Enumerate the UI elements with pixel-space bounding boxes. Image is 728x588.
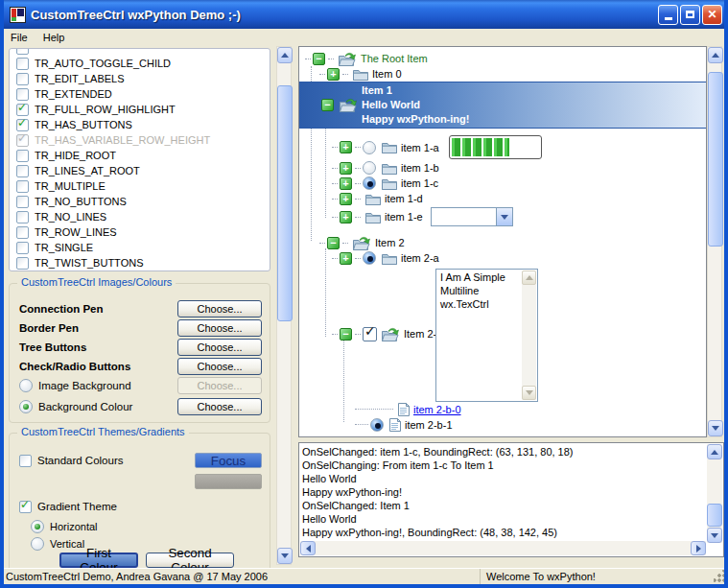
combo-dropdown-button[interactable] bbox=[496, 208, 512, 225]
checkbox[interactable]: ✓ bbox=[16, 134, 29, 147]
focus-colour-button[interactable]: Focus bbox=[195, 453, 262, 468]
choose-button[interactable]: Choose... bbox=[177, 319, 262, 337]
multiline-scrollbar[interactable] bbox=[522, 270, 536, 400]
menu-help[interactable]: Help bbox=[36, 31, 72, 44]
choose-background-colour-button[interactable]: Choose... bbox=[177, 398, 262, 415]
checkbox[interactable] bbox=[16, 73, 29, 85]
flag-item[interactable]: TR_SINGLE bbox=[16, 240, 270, 255]
scroll-down-arrow[interactable] bbox=[708, 420, 723, 436]
scroll-up-arrow[interactable] bbox=[707, 444, 722, 459]
tree-item[interactable]: +item 1-a bbox=[299, 134, 706, 160]
tree-item-radio[interactable] bbox=[363, 251, 376, 265]
flag-item[interactable]: ✓TR_FULL_ROW_HIGHLIGHT bbox=[16, 102, 270, 117]
horizontal-radio[interactable] bbox=[31, 520, 44, 533]
collapse-button[interactable]: − bbox=[327, 237, 340, 249]
background-colour-radio[interactable] bbox=[19, 400, 33, 413]
flag-item[interactable]: TR_LINES_AT_ROOT bbox=[16, 163, 270, 178]
scroll-thumb[interactable] bbox=[708, 72, 723, 247]
tree-item-radio[interactable] bbox=[370, 418, 384, 432]
maximize-button[interactable] bbox=[680, 5, 700, 25]
log-vscrollbar[interactable] bbox=[707, 444, 722, 543]
vertical-radio[interactable] bbox=[31, 537, 44, 551]
tree-item-selected[interactable]: −Item 1Hello WorldHappy wxPython-ing! bbox=[299, 82, 706, 129]
gradient-theme-checkbox[interactable]: ✓ bbox=[19, 501, 32, 513]
expand-button[interactable]: + bbox=[340, 211, 352, 223]
scroll-left-arrow[interactable] bbox=[300, 541, 316, 555]
checkbox[interactable] bbox=[16, 88, 29, 101]
tree-item-radio[interactable] bbox=[363, 161, 376, 175]
tree-item[interactable]: +item 1-d bbox=[299, 191, 706, 206]
scroll-thumb[interactable] bbox=[277, 85, 293, 321]
tree-item[interactable]: +item 1-e bbox=[299, 206, 706, 227]
flag-item[interactable]: TR_EDIT_LABELS bbox=[16, 71, 270, 86]
close-button[interactable]: ✕ bbox=[702, 5, 722, 25]
log-hscrollbar[interactable] bbox=[300, 541, 706, 555]
image-background-radio[interactable] bbox=[19, 379, 33, 392]
tree-item[interactable]: +item 1-b bbox=[299, 160, 706, 176]
checkbox[interactable] bbox=[16, 49, 29, 55]
checkbox[interactable] bbox=[16, 180, 29, 193]
custom-tree-ctrl[interactable]: −The Root Item+Item 0−Item 1Hello WorldH… bbox=[298, 46, 707, 437]
flag-item[interactable]: TR_EXTENDED bbox=[16, 86, 270, 102]
flag-item-partial[interactable] bbox=[16, 49, 270, 56]
flag-item[interactable]: TR_MULTIPLE bbox=[16, 178, 270, 194]
collapse-button[interactable]: − bbox=[313, 53, 325, 65]
minimize-button[interactable] bbox=[658, 5, 678, 25]
standard-colours-checkbox[interactable] bbox=[19, 455, 32, 467]
checkbox[interactable]: ✓ bbox=[16, 104, 29, 116]
collapse-button[interactable]: − bbox=[321, 99, 334, 111]
tree-item[interactable]: +Item 0 bbox=[299, 66, 706, 82]
scroll-right-arrow[interactable] bbox=[691, 541, 706, 555]
choose-button[interactable]: Choose... bbox=[177, 300, 262, 318]
expand-button[interactable]: + bbox=[327, 68, 340, 81]
tree-item-checkbox[interactable]: ✓ bbox=[363, 327, 377, 341]
choose-button[interactable]: Choose... bbox=[177, 339, 262, 356]
expand-button[interactable]: + bbox=[340, 141, 352, 153]
tree-item-radio[interactable] bbox=[363, 141, 376, 154]
tree-item[interactable]: −The Root Item bbox=[299, 51, 706, 66]
flag-item[interactable]: TR_NO_LINES bbox=[16, 209, 270, 224]
flag-item[interactable]: TR_AUTO_TOGGLE_CHILD bbox=[16, 56, 270, 71]
checkbox[interactable] bbox=[16, 196, 29, 208]
scroll-up-arrow[interactable] bbox=[708, 47, 723, 63]
flag-item[interactable]: ✓TR_HAS_VARIABLE_ROW_HEIGHT bbox=[16, 132, 270, 148]
tree-item[interactable]: +item 1-c bbox=[299, 176, 706, 191]
checkbox[interactable] bbox=[16, 58, 29, 70]
scroll-thumb[interactable] bbox=[707, 504, 722, 527]
checkbox[interactable]: ✓ bbox=[16, 119, 29, 131]
checkbox[interactable] bbox=[16, 257, 29, 270]
tree-item[interactable]: −Item 2 bbox=[299, 235, 706, 250]
flag-item[interactable]: TR_NO_BUTTONS bbox=[16, 194, 270, 209]
title-bar[interactable]: CustomTreeCtrl wxPython Demo ;-) ✕ bbox=[0, 0, 728, 29]
second-colour-button[interactable]: Second Colour bbox=[146, 553, 234, 568]
flag-item[interactable]: TR_TWIST_BUTTONS bbox=[16, 255, 270, 270]
scroll-down-arrow[interactable] bbox=[277, 548, 293, 564]
scroll-down-arrow[interactable] bbox=[522, 386, 536, 400]
choose-image-background-button[interactable]: Choose... bbox=[177, 377, 262, 394]
expand-button[interactable]: + bbox=[340, 162, 352, 175]
expand-button[interactable]: + bbox=[340, 177, 352, 190]
collapse-button[interactable]: − bbox=[340, 328, 352, 341]
checkbox[interactable] bbox=[16, 165, 29, 177]
checkbox[interactable] bbox=[16, 226, 29, 239]
log-output[interactable]: OnSelChanged: item 1-c, BoundingRect: (6… bbox=[298, 442, 724, 557]
scroll-up-arrow[interactable] bbox=[277, 47, 293, 63]
options-scrollbar[interactable] bbox=[276, 46, 292, 565]
tree-item[interactable]: −✓Item 2-bI Am A Simple Multiline wx.Tex… bbox=[299, 266, 706, 402]
scroll-down-arrow[interactable] bbox=[707, 528, 722, 543]
flag-item[interactable]: ✓TR_HAS_BUTTONS bbox=[16, 117, 270, 132]
multiline-textctrl[interactable]: I Am A Simple Multiline wx.TexCtrl bbox=[435, 269, 538, 402]
nonfocus-colour-button[interactable] bbox=[195, 474, 262, 489]
tree-item[interactable]: item 2-b-0 bbox=[299, 402, 706, 416]
flag-item[interactable]: TR_ROW_LINES bbox=[16, 224, 270, 240]
scroll-up-arrow[interactable] bbox=[522, 270, 536, 285]
tree-scrollbar[interactable] bbox=[707, 46, 722, 437]
tree-item-radio[interactable] bbox=[363, 176, 376, 190]
first-colour-button[interactable]: First Colour bbox=[59, 553, 138, 568]
expand-button[interactable]: + bbox=[340, 252, 352, 265]
resize-grip[interactable] bbox=[714, 570, 726, 582]
checkbox[interactable] bbox=[16, 150, 29, 162]
menu-file[interactable]: File bbox=[4, 31, 35, 44]
tree-item[interactable]: +item 2-a bbox=[299, 250, 706, 266]
tree-combobox[interactable] bbox=[431, 207, 513, 226]
